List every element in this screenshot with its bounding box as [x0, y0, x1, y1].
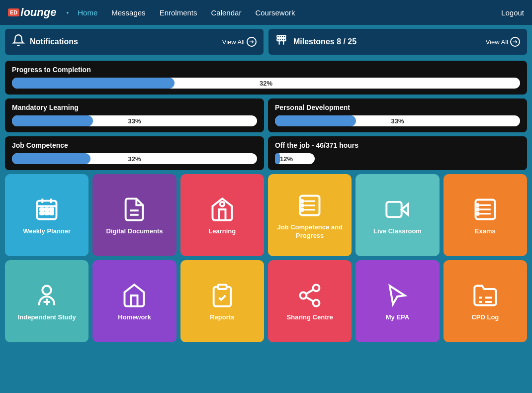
progress-personal-text: 33% [391, 117, 404, 125]
view-all-milestones-label: View All [486, 38, 508, 46]
nav-home[interactable]: Home [72, 5, 103, 20]
milestones-bar: Milestones 8 / 25 View All ➔ [268, 29, 527, 55]
navbar: ED lounge ● Home Messages Enrolments Cal… [0, 0, 532, 25]
share-icon [297, 283, 323, 308]
tile-my-epa-label: My EPA [386, 313, 409, 322]
tiles-section: Weekly Planner Digital Documents Learnin… [0, 174, 532, 342]
progress-otj-bar: 12% [275, 153, 315, 164]
progress-row-1: Mandatory Learning 33% Personal Developm… [5, 98, 527, 132]
tiles-row-1: Weekly Planner Digital Documents Learnin… [5, 174, 527, 256]
tile-exams-label: Exams [475, 227, 496, 236]
progress-otj: Off the job - 46/371 hours 12% [268, 136, 527, 170]
clipboard-icon [209, 283, 235, 308]
nav-messages[interactable]: Messages [105, 5, 151, 20]
svg-point-33 [476, 208, 478, 210]
svg-rect-26 [387, 202, 402, 217]
milestones-title: Milestones 8 / 25 [293, 37, 486, 46]
tile-exams[interactable]: Exams [443, 174, 527, 256]
tile-job-competence-label: Job Competence and Progress [272, 223, 348, 240]
progress-mandatory: Mandatory Learning 33% [5, 98, 264, 132]
svg-line-42 [306, 297, 314, 301]
notifications-title: Notifications [30, 37, 222, 46]
home-icon [121, 283, 147, 308]
learning-icon [209, 196, 235, 222]
svg-rect-11 [45, 208, 49, 210]
view-all-milestones-circle: ➔ [510, 37, 520, 47]
tile-sharing-centre-label: Sharing Centre [287, 313, 333, 322]
svg-point-35 [42, 286, 51, 295]
tiles-row-2: Independent Study Homework Reports [5, 260, 527, 342]
nav-dot: ● [66, 10, 69, 15]
tile-homework[interactable]: Homework [92, 260, 176, 342]
progress-job: Job Competence 32% [5, 136, 264, 170]
view-all-notifications-label: View All [222, 38, 245, 46]
svg-point-34 [476, 213, 478, 215]
progress-personal-label: Personal Development [275, 103, 520, 111]
nav-calendar[interactable]: Calendar [205, 5, 248, 20]
tile-sharing-centre[interactable]: Sharing Centre [268, 260, 352, 342]
tile-digital-documents[interactable]: Digital Documents [92, 174, 176, 256]
svg-rect-13 [40, 212, 44, 214]
svg-point-32 [476, 204, 478, 206]
logo-tag: ED [8, 8, 19, 16]
progress-completion: Progress to Completion 32% [5, 61, 527, 95]
tile-cpd-log-label: CPD Log [471, 313, 499, 322]
logo-name: lounge [20, 6, 56, 19]
progress-otj-label: Off the job - 46/371 hours [275, 141, 520, 149]
tile-cpd-log[interactable]: CPD Log [443, 260, 527, 342]
svg-point-18 [220, 202, 224, 206]
svg-line-43 [306, 290, 314, 294]
tile-my-epa[interactable]: My EPA [355, 260, 439, 342]
tile-weekly-planner-label: Weekly Planner [23, 227, 71, 236]
svg-rect-14 [45, 212, 49, 214]
list-icon [297, 193, 323, 218]
nav-coursework[interactable]: Coursework [249, 5, 301, 20]
tile-reports[interactable]: Reports [180, 260, 264, 342]
svg-point-41 [313, 300, 320, 306]
progress-mandatory-bar: 33% [12, 115, 257, 126]
svg-point-40 [300, 293, 307, 299]
svg-point-24 [301, 204, 303, 206]
svg-point-25 [301, 208, 303, 210]
tile-learning[interactable]: Learning [180, 174, 264, 256]
person-icon [34, 283, 60, 308]
progress-otj-text: 12% [275, 155, 298, 163]
progress-job-fill [12, 153, 90, 164]
logout-button[interactable]: Logout [501, 8, 524, 17]
tile-homework-label: Homework [118, 313, 151, 322]
progress-mandatory-fill [12, 115, 93, 126]
svg-rect-10 [40, 208, 44, 210]
cursor-icon [384, 283, 410, 308]
nav-enrolments[interactable]: Enrolments [154, 5, 203, 20]
notifications-view-all[interactable]: View All ➔ [222, 37, 257, 47]
nav-links: ● Home Messages Enrolments Calendar Cour… [66, 5, 501, 20]
tile-live-classroom[interactable]: Live Classroom [355, 174, 439, 256]
svg-marker-27 [402, 204, 408, 215]
notifications-bar: Notifications View All ➔ [5, 29, 264, 55]
document-icon [121, 196, 147, 222]
calendar-icon [34, 196, 60, 222]
tile-job-competence[interactable]: Job Competence and Progress [268, 174, 352, 256]
folder-icon [472, 283, 498, 308]
bell-icon [12, 34, 25, 50]
progress-personal-bar: 33% [275, 115, 520, 126]
progress-completion-label: Progress to Completion [12, 66, 520, 74]
svg-point-23 [301, 200, 303, 202]
progress-row-2: Job Competence 32% Off the job - 46/371 … [5, 136, 527, 170]
tile-learning-label: Learning [208, 227, 236, 236]
tile-independent-study[interactable]: Independent Study [5, 260, 89, 342]
svg-rect-15 [50, 212, 54, 214]
list2-icon [472, 196, 498, 222]
progress-job-label: Job Competence [12, 141, 257, 149]
tile-weekly-planner[interactable]: Weekly Planner [5, 174, 89, 256]
tile-reports-label: Reports [210, 313, 234, 322]
progress-completion-bar: 32% [12, 78, 520, 89]
svg-rect-12 [50, 208, 54, 210]
tile-digital-documents-label: Digital Documents [106, 227, 163, 236]
progress-personal-fill [275, 115, 356, 126]
tile-independent-study-label: Independent Study [18, 313, 76, 322]
progress-mandatory-label: Mandatory Learning [12, 103, 257, 111]
milestones-view-all[interactable]: View All ➔ [486, 37, 520, 47]
logo: ED lounge [8, 6, 56, 19]
flag-icon [275, 34, 288, 50]
